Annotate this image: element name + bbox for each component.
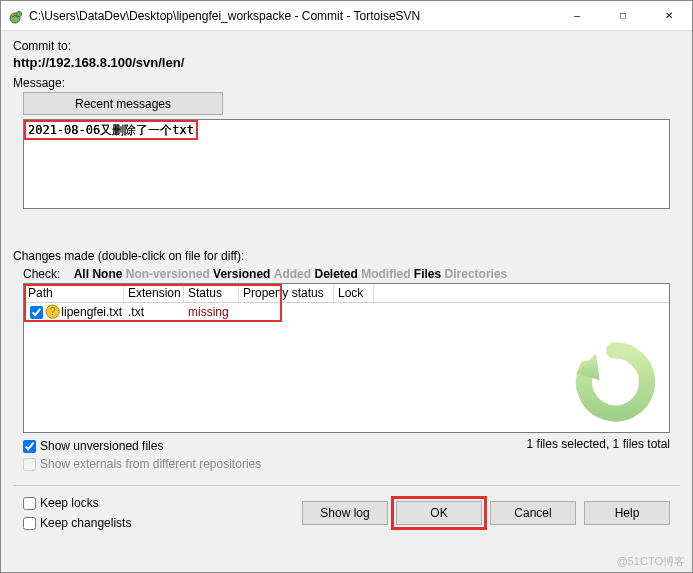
check-nonversioned[interactable]: Non-versioned [126, 267, 210, 281]
column-headers: Path Extension Status Property status Lo… [24, 284, 669, 303]
show-log-button[interactable]: Show log [302, 501, 388, 525]
file-list-panel[interactable]: Path Extension Status Property status Lo… [23, 283, 670, 433]
left-options: Show unversioned files Show externals fr… [23, 437, 261, 473]
check-none[interactable]: None [92, 267, 122, 281]
check-added[interactable]: Added [274, 267, 311, 281]
show-externals-checkbox [23, 458, 36, 471]
cancel-button[interactable]: Cancel [490, 501, 576, 525]
commit-url: http://192.168.8.100/svn/len/ [13, 55, 680, 70]
check-all[interactable]: All [74, 267, 89, 281]
below-panel: Show unversioned files Show externals fr… [23, 437, 670, 473]
titlebar[interactable]: C:\Users\DataDev\Desktop\lipengfei_works… [1, 1, 692, 31]
recent-messages-label: Recent messages [75, 97, 171, 111]
commit-message-text: 2021-08-06又删除了一个txt [28, 123, 194, 137]
changes-label: Changes made (double-click on file for d… [13, 249, 680, 263]
maximize-button[interactable]: □ [600, 1, 646, 30]
minimize-button[interactable]: – [554, 1, 600, 30]
window-controls: – □ ✕ [554, 1, 692, 30]
check-filter-row: Check: All None Non-versioned Versioned … [23, 267, 670, 281]
keep-locks-label: Keep locks [40, 496, 99, 510]
watermark: @51CTO博客 [617, 554, 685, 569]
keep-options: Keep locks Keep changelists [23, 494, 131, 532]
content-area: Commit to: http://192.168.8.100/svn/len/… [1, 31, 692, 572]
file-ext: .txt [126, 305, 186, 319]
show-unversioned-label: Show unversioned files [40, 439, 163, 453]
keep-changelists-label: Keep changelists [40, 516, 131, 530]
keep-locks-row: Keep locks [23, 494, 131, 512]
col-extension[interactable]: Extension [124, 284, 184, 302]
check-versioned[interactable]: Versioned [213, 267, 270, 281]
show-unversioned-checkbox[interactable] [23, 440, 36, 453]
check-modified[interactable]: Modified [361, 267, 410, 281]
show-externals-row: Show externals from different repositori… [23, 455, 261, 473]
selection-status: 1 files selected, 1 files total [527, 437, 670, 473]
tortoisesvn-icon [7, 8, 23, 24]
refresh-arrow-icon [569, 337, 659, 427]
check-label: Check: [23, 267, 60, 281]
file-status: missing [186, 305, 241, 319]
file-path-cell: ? lipengfei.txt [26, 304, 126, 320]
dialog-buttons: Show log OK Cancel Help [302, 501, 670, 525]
check-directories[interactable]: Directories [445, 267, 508, 281]
file-name: lipengfei.txt [61, 305, 122, 319]
help-label: Help [615, 506, 640, 520]
bottom-row: Keep locks Keep changelists Show log OK … [23, 494, 670, 532]
svg-text:?: ? [50, 305, 56, 317]
col-property-status[interactable]: Property status [239, 284, 334, 302]
commit-dialog: C:\Users\DataDev\Desktop\lipengfei_works… [0, 0, 693, 573]
ok-button[interactable]: OK [396, 501, 482, 525]
file-row[interactable]: ? lipengfei.txt .txt missing [24, 303, 669, 321]
ok-label: OK [430, 506, 447, 520]
col-path[interactable]: Path [24, 284, 124, 302]
check-deleted[interactable]: Deleted [314, 267, 357, 281]
file-status-icon: ? [45, 304, 60, 320]
keep-locks-checkbox[interactable] [23, 497, 36, 510]
keep-changelists-checkbox[interactable] [23, 517, 36, 530]
show-log-label: Show log [320, 506, 369, 520]
recent-messages-button[interactable]: Recent messages [23, 92, 223, 115]
keep-changelists-row: Keep changelists [23, 514, 131, 532]
message-label: Message: [13, 76, 680, 90]
file-checkbox[interactable] [30, 306, 43, 319]
check-files[interactable]: Files [414, 267, 441, 281]
commit-message-input[interactable]: 2021-08-06又删除了一个txt 2021-08-06又删除了一个txt [23, 119, 670, 209]
help-button[interactable]: Help [584, 501, 670, 525]
col-lock[interactable]: Lock [334, 284, 374, 302]
close-button[interactable]: ✕ [646, 1, 692, 30]
bottom-area: Keep locks Keep changelists Show log OK … [13, 485, 680, 542]
commit-to-label: Commit to: [13, 39, 680, 53]
show-externals-label: Show externals from different repositori… [40, 457, 261, 471]
col-status[interactable]: Status [184, 284, 239, 302]
window-title: C:\Users\DataDev\Desktop\lipengfei_works… [29, 9, 554, 23]
cancel-label: Cancel [514, 506, 551, 520]
show-unversioned-row: Show unversioned files [23, 437, 261, 455]
